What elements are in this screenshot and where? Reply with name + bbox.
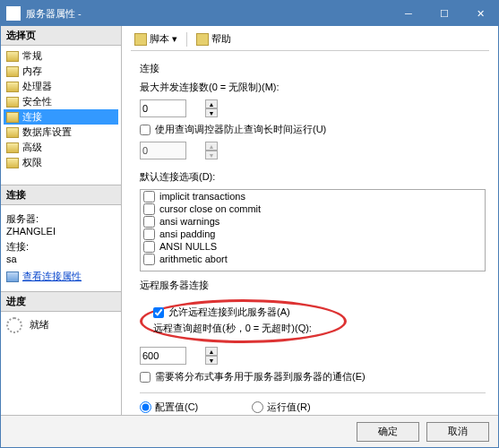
sidebar-item-1[interactable]: 内存	[4, 64, 118, 79]
allow-remote-checkbox[interactable]	[153, 307, 164, 318]
progress-header: 进度	[1, 292, 121, 312]
option-checkbox-3[interactable]	[143, 228, 155, 240]
governor-cost-input	[140, 142, 186, 159]
footer: 确定 取消	[1, 415, 498, 447]
remote-timeout-label: 远程查询超时值(秒，0 = 无超时)(Q):	[153, 322, 312, 335]
sidebar-item-4[interactable]: 连接	[4, 109, 118, 125]
link-icon	[6, 271, 19, 282]
page-tree: 常规内存处理器安全性连接数据库设置高级权限	[1, 46, 121, 185]
minimize-button[interactable]: ─	[391, 1, 426, 26]
page-icon	[6, 82, 19, 92]
maximize-button[interactable]: ☐	[426, 1, 462, 26]
timeout-down-button[interactable]: ▼	[205, 356, 218, 365]
sidebar-item-3[interactable]: 安全性	[4, 94, 118, 109]
sidebar: 选择页 常规内存处理器安全性连接数据库设置高级权限 连接 服务器: ZHANGL…	[1, 26, 122, 415]
connection-header: 连接	[1, 185, 121, 205]
chevron-down-icon: ▾	[172, 33, 177, 45]
login-value: sa	[6, 254, 116, 264]
dist-trans-label: 需要将分布式事务用于服务器到服务器的通信(E)	[155, 370, 366, 383]
server-label: 服务器:	[6, 212, 116, 226]
max-conn-up-button[interactable]: ▲	[205, 99, 218, 108]
remote-timeout-input[interactable]	[140, 347, 186, 365]
option-checkbox-1[interactable]	[143, 203, 155, 215]
server-value: ZHANGLEI	[6, 226, 116, 237]
option-row[interactable]: cursor close on commit	[141, 202, 485, 215]
option-row[interactable]: arithmetic abort	[141, 253, 485, 265]
max-connections-label: 最大并发连接数(0 = 无限制)(M):	[140, 81, 486, 94]
option-row[interactable]: ansi warnings	[141, 215, 485, 228]
query-governor-label: 使用查询调控器防止查询长时间运行(U)	[155, 123, 326, 136]
window-title: 服务器属性 -	[26, 7, 391, 21]
page-icon	[6, 127, 19, 138]
query-governor-row: 使用查询调控器防止查询长时间运行(U)	[140, 123, 486, 136]
progress-spinner-icon	[6, 317, 22, 333]
help-button[interactable]: 帮助	[193, 31, 235, 47]
highlight-ellipse: 允许远程连接到此服务器(A) 远程查询超时值(秒，0 = 无超时)(Q):	[140, 299, 347, 343]
max-conn-down-button[interactable]: ▼	[205, 108, 218, 117]
option-row[interactable]: ansi padding	[141, 228, 485, 240]
toolbar-separator	[186, 32, 187, 47]
governor-up-button: ▲	[205, 142, 218, 151]
sidebar-item-5[interactable]: 数据库设置	[4, 125, 118, 140]
toolbar: 脚本▾ 帮助	[131, 31, 489, 51]
page-icon	[6, 142, 19, 153]
ok-button[interactable]: 确定	[357, 422, 419, 442]
cancel-button[interactable]: 取消	[426, 422, 489, 442]
help-icon	[196, 33, 209, 46]
page-icon	[6, 158, 19, 168]
allow-remote-label: 允许远程连接到此服务器(A)	[168, 306, 290, 319]
close-button[interactable]: ✕	[462, 1, 498, 26]
page-icon	[6, 112, 19, 123]
running-radio[interactable]	[252, 401, 263, 413]
option-checkbox-0[interactable]	[143, 191, 155, 202]
titlebar: 服务器属性 - ─ ☐ ✕	[1, 1, 498, 26]
default-options-label: 默认连接选项(D):	[140, 170, 486, 184]
governor-down-button: ▼	[205, 151, 218, 159]
configured-radio[interactable]	[140, 401, 151, 413]
page-icon	[6, 66, 19, 77]
query-governor-checkbox[interactable]	[140, 125, 151, 135]
select-page-header: 选择页	[1, 26, 121, 46]
option-checkbox-4[interactable]	[143, 241, 155, 253]
option-checkbox-5[interactable]	[143, 254, 155, 265]
progress-status: 就绪	[30, 318, 49, 332]
page-icon	[6, 51, 19, 62]
option-row[interactable]: ANSI NULLS	[141, 240, 485, 253]
connections-group-title: 连接	[140, 62, 486, 75]
view-connection-link[interactable]: 查看连接属性	[6, 270, 82, 283]
dist-trans-checkbox[interactable]	[140, 372, 151, 383]
script-button[interactable]: 脚本▾	[131, 31, 181, 47]
sidebar-item-2[interactable]: 处理器	[4, 79, 118, 94]
script-icon	[134, 33, 147, 46]
login-label: 连接:	[6, 240, 116, 254]
running-radio-label[interactable]: 运行值(R)	[252, 401, 310, 414]
timeout-up-button[interactable]: ▲	[205, 347, 218, 356]
page-icon	[6, 97, 19, 108]
configured-radio-label[interactable]: 配置值(C)	[140, 401, 198, 414]
remote-group-title: 远程服务器连接	[140, 279, 486, 292]
sidebar-item-0[interactable]: 常规	[4, 48, 118, 64]
sidebar-item-6[interactable]: 高级	[4, 140, 118, 155]
option-row[interactable]: implicit transactions	[141, 190, 485, 202]
max-connections-input[interactable]	[140, 99, 186, 117]
option-checkbox-2[interactable]	[143, 216, 155, 228]
app-icon	[6, 6, 21, 21]
main-panel: 脚本▾ 帮助 连接 最大并发连接数(0 = 无限制)(M): ▲▼ 使用查询调控…	[122, 26, 498, 415]
default-options-listbox[interactable]: implicit transactionscursor close on com…	[140, 189, 486, 271]
sidebar-item-7[interactable]: 权限	[4, 155, 118, 170]
